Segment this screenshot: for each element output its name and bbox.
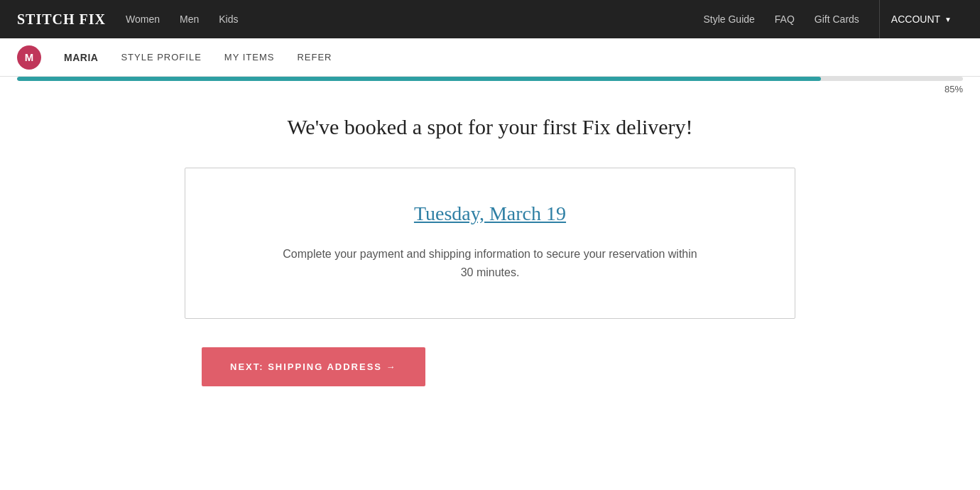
progress-fill bbox=[17, 77, 821, 81]
sub-nav: M MARIA STYLE PROFILE MY ITEMS REFER bbox=[0, 38, 980, 77]
subnav-my-items[interactable]: MY ITEMS bbox=[224, 52, 275, 62]
account-button[interactable]: ACCOUNT ▼ bbox=[879, 0, 963, 38]
delivery-description: Complete your payment and shipping infor… bbox=[281, 245, 699, 281]
top-nav-left: STITCH FIX Women Men Kids bbox=[17, 11, 238, 28]
nav-faq[interactable]: FAQ bbox=[775, 13, 795, 25]
sub-nav-username: MARIA bbox=[64, 52, 98, 63]
progress-track bbox=[17, 77, 963, 81]
delivery-date[interactable]: Tuesday, March 19 bbox=[214, 202, 766, 225]
progress-bar-container: 85% bbox=[0, 77, 980, 81]
progress-label: 85% bbox=[944, 84, 963, 94]
nav-women[interactable]: Women bbox=[126, 13, 160, 25]
account-label: ACCOUNT bbox=[891, 13, 940, 25]
user-avatar[interactable]: M bbox=[17, 45, 41, 70]
nav-men[interactable]: Men bbox=[180, 13, 199, 25]
nav-gift-cards[interactable]: Gift Cards bbox=[815, 13, 859, 25]
account-caret: ▼ bbox=[944, 16, 952, 23]
top-nav: STITCH FIX Women Men Kids Style Guide FA… bbox=[0, 0, 980, 38]
subnav-style-profile[interactable]: STYLE PROFILE bbox=[121, 52, 201, 62]
brand-logo[interactable]: STITCH FIX bbox=[17, 11, 106, 28]
next-shipping-address-button[interactable]: NEXT: SHIPPING ADDRESS → bbox=[202, 347, 425, 386]
nav-style-guide[interactable]: Style Guide bbox=[703, 13, 754, 25]
subnav-refer[interactable]: REFER bbox=[297, 52, 332, 62]
top-nav-right: Style Guide FAQ Gift Cards ACCOUNT ▼ bbox=[703, 0, 963, 38]
nav-kids[interactable]: Kids bbox=[219, 13, 238, 25]
delivery-card: Tuesday, March 19 Complete your payment … bbox=[185, 168, 795, 319]
main-content: We've booked a spot for your first Fix d… bbox=[0, 81, 980, 415]
main-headline: We've booked a spot for your first Fix d… bbox=[287, 115, 692, 139]
